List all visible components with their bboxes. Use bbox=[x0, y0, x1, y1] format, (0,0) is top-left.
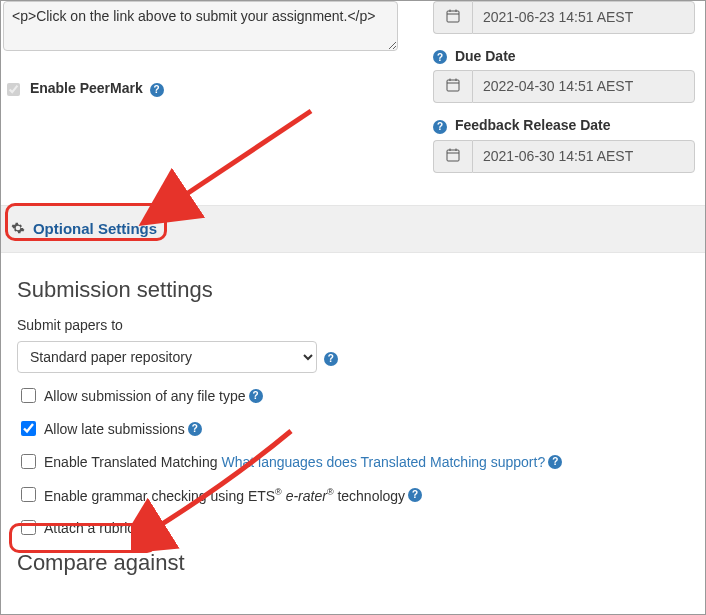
instructions-textarea[interactable]: <p>Click on the link above to submit you… bbox=[3, 1, 398, 51]
feedback-release-label: Feedback Release Date bbox=[455, 117, 611, 133]
calendar-icon[interactable] bbox=[433, 1, 472, 34]
help-icon[interactable]: ? bbox=[249, 389, 263, 403]
calendar-icon[interactable] bbox=[433, 70, 472, 103]
help-icon[interactable]: ? bbox=[188, 422, 202, 436]
optional-settings-toggle[interactable]: Optional Settings bbox=[33, 220, 157, 237]
start-date-field[interactable]: 2021-06-23 14:51 AEST bbox=[472, 1, 695, 34]
translated-matching-label: Enable Translated Matching bbox=[44, 454, 218, 470]
allow-late-label: Allow late submissions bbox=[44, 421, 185, 437]
enable-peermark-label: Enable PeerMark bbox=[30, 80, 143, 96]
svg-rect-8 bbox=[447, 150, 459, 161]
allow-any-file-checkbox[interactable] bbox=[21, 388, 36, 403]
help-icon[interactable]: ? bbox=[408, 488, 422, 502]
calendar-icon[interactable] bbox=[433, 140, 472, 173]
feedback-release-field[interactable]: 2021-06-30 14:51 AEST bbox=[472, 140, 695, 173]
grammar-check-label: Enable grammar checking using ETS® e-rat… bbox=[44, 487, 405, 504]
gear-icon bbox=[11, 221, 25, 238]
svg-rect-4 bbox=[447, 80, 459, 91]
help-icon[interactable]: ? bbox=[150, 83, 164, 97]
help-icon[interactable]: ? bbox=[137, 521, 151, 535]
help-icon[interactable]: ? bbox=[324, 352, 338, 366]
submit-papers-to-select[interactable]: Standard paper repository bbox=[17, 341, 317, 373]
due-date-field[interactable]: 2022-04-30 14:51 AEST bbox=[472, 70, 695, 103]
help-icon[interactable]: ? bbox=[548, 455, 562, 469]
due-date-label: Due Date bbox=[455, 48, 516, 64]
translated-matching-checkbox[interactable] bbox=[21, 454, 36, 469]
enable-peermark-checkbox[interactable] bbox=[7, 83, 20, 96]
help-icon[interactable]: ? bbox=[433, 50, 447, 64]
allow-late-checkbox[interactable] bbox=[21, 421, 36, 436]
translated-matching-link[interactable]: What languages does Translated Matching … bbox=[221, 454, 545, 470]
compare-against-heading: Compare against bbox=[17, 550, 689, 576]
attach-rubric-checkbox[interactable] bbox=[21, 520, 36, 535]
svg-rect-0 bbox=[447, 11, 459, 22]
submission-settings-heading: Submission settings bbox=[17, 277, 689, 303]
allow-any-file-label: Allow submission of any file type bbox=[44, 388, 246, 404]
help-icon[interactable]: ? bbox=[433, 120, 447, 134]
submit-papers-to-label: Submit papers to bbox=[17, 317, 689, 333]
attach-rubric-label: Attach a rubric bbox=[44, 520, 134, 536]
grammar-check-checkbox[interactable] bbox=[21, 487, 36, 502]
